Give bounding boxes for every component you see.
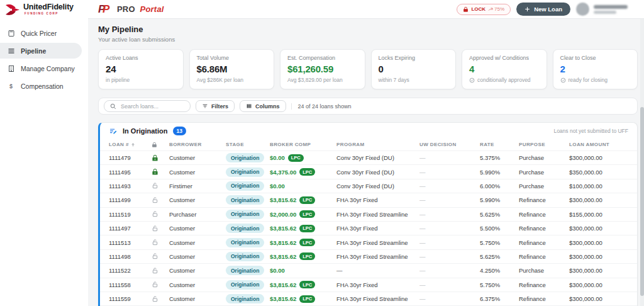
loan-amount: $300,000.00 bbox=[569, 154, 628, 161]
loan-row[interactable]: 1111497CustomerOrigination$3,815.62LPCFH… bbox=[100, 221, 637, 235]
column-header-lock[interactable] bbox=[152, 142, 169, 148]
loan-number[interactable]: 1111513 bbox=[109, 239, 152, 246]
search-box[interactable] bbox=[104, 100, 191, 112]
stat-subtext: in pipeline bbox=[106, 77, 176, 83]
loan-number[interactable]: 1111519 bbox=[109, 211, 152, 218]
stat-subtext: Avg $286K per loan bbox=[197, 77, 267, 83]
stat-value: 2 bbox=[560, 64, 631, 74]
loan-row[interactable]: 1111559CustomerOrigination$3,815.62LPCFH… bbox=[100, 292, 637, 305]
stat-value: 4 bbox=[469, 64, 540, 74]
list-icon bbox=[7, 47, 15, 55]
purpose: Refinance bbox=[519, 225, 569, 232]
program: FHA 30yr Fixed bbox=[336, 225, 419, 232]
sidebar-item-manage-company[interactable]: Manage Company bbox=[0, 60, 82, 76]
loan-row[interactable]: 1111498CustomerOrigination$3,815.62LPCFH… bbox=[100, 249, 637, 263]
rate: 5.375% bbox=[480, 154, 519, 161]
new-loan-button[interactable]: New Loan bbox=[516, 3, 570, 16]
lock-icon bbox=[463, 6, 469, 13]
loan-row[interactable]: 1111495CustomerOrigination$4,375.00LPCCo… bbox=[100, 164, 637, 178]
loan-number[interactable]: 1111499 bbox=[109, 196, 152, 203]
app-title: PRO Portal bbox=[117, 4, 164, 14]
lpc-badge: LPC bbox=[299, 295, 315, 303]
section-list-edit-icon bbox=[109, 127, 118, 135]
columns-label: Columns bbox=[255, 103, 280, 110]
column-header-rate[interactable]: RATE bbox=[480, 142, 519, 147]
lpc-badge: LPC bbox=[299, 252, 315, 260]
column-header-uw-decision[interactable]: UW DECISION bbox=[419, 142, 480, 147]
loan-row[interactable]: 1111522CustomerOrigination$0.00——4.250%P… bbox=[100, 263, 637, 277]
sidebar-item-compensation[interactable]: $Compensation bbox=[0, 78, 82, 94]
stat-label: Total Volume bbox=[197, 55, 267, 61]
loan-row[interactable]: 1111499CustomerOrigination$3,815.62LPCFH… bbox=[100, 193, 637, 207]
filters-button[interactable]: Filters bbox=[196, 100, 235, 112]
uw-decision: — bbox=[419, 281, 480, 288]
company-name: UnitedFidelity bbox=[23, 3, 74, 11]
column-header-broker-comp[interactable]: BROKER COMP bbox=[270, 142, 336, 147]
column-header-program[interactable]: PROGRAM bbox=[336, 142, 419, 147]
app-window: UnitedFidelity FUNDING CORP Quick Pricer… bbox=[0, 0, 644, 306]
vertical-scrollbar[interactable] bbox=[640, 19, 644, 306]
column-header-loan-amount[interactable]: LOAN AMOUNT bbox=[569, 142, 628, 147]
loan-number[interactable]: 1111497 bbox=[109, 225, 152, 232]
loan-number[interactable]: 1111495 bbox=[109, 169, 152, 176]
page-subtitle: Your active loan submissions bbox=[98, 36, 638, 43]
user-name-redacted bbox=[594, 5, 628, 14]
column-header-stage[interactable]: STAGE bbox=[226, 142, 270, 147]
loan-row[interactable]: 1111558CustomerOrigination$3,815.62LPCFH… bbox=[100, 278, 637, 292]
sidebar-item-quick-pricer[interactable]: Quick Pricer bbox=[0, 25, 82, 41]
column-header-purpose[interactable]: PURPOSE bbox=[519, 142, 569, 147]
borrower-name: Purchaser bbox=[169, 211, 226, 218]
rate: 5.750% bbox=[480, 281, 519, 288]
loan-number[interactable]: 1111522 bbox=[109, 267, 152, 274]
loan-amount: $300,000.00 bbox=[569, 239, 628, 246]
loan-row[interactable]: 1111519PurchaserOrigination$2,000.00LPCF… bbox=[100, 207, 637, 221]
top-bar: PP PRO Portal LOCK 75% bbox=[88, 0, 644, 19]
loan-number[interactable]: 1111498 bbox=[109, 253, 152, 260]
broker-comp: $0.00 bbox=[270, 183, 336, 190]
purpose: Refinance bbox=[519, 295, 569, 302]
program: FHA 30yr Fixed Streamline bbox=[336, 239, 419, 246]
loan-row[interactable]: 1111493FirstimerOrigination$0.00Conv 30y… bbox=[100, 179, 637, 193]
column-header-label: UW DECISION bbox=[419, 142, 457, 147]
lock-label: LOCK bbox=[471, 6, 486, 12]
borrower-name: Customer bbox=[169, 239, 226, 246]
sidebar-item-label: Compensation bbox=[21, 82, 64, 90]
company-logo[interactable]: UnitedFidelity FUNDING CORP bbox=[0, 0, 88, 16]
sort-up-icon bbox=[131, 142, 135, 147]
loan-number[interactable]: 1111479 bbox=[109, 154, 152, 161]
rate: 5.500% bbox=[480, 225, 519, 232]
search-input[interactable] bbox=[121, 103, 184, 110]
column-header-label: BORROWER bbox=[169, 142, 202, 147]
loan-number[interactable]: 1111493 bbox=[109, 183, 152, 190]
filter-icon bbox=[202, 103, 208, 109]
program: Conv 30yr Fixed (DU) bbox=[336, 154, 419, 161]
sidebar-item-label: Manage Company bbox=[21, 65, 75, 72]
program: Conv 30yr Fixed (DU) bbox=[336, 169, 419, 176]
column-header-label: LOAN AMOUNT bbox=[569, 142, 609, 147]
loan-number[interactable]: 1111558 bbox=[109, 281, 152, 288]
columns-button[interactable]: Columns bbox=[240, 100, 286, 112]
rate: 5.990% bbox=[480, 196, 519, 203]
stat-subtext: conditionally approved bbox=[469, 77, 540, 83]
borrower-name: Customer bbox=[169, 267, 226, 274]
loan-number[interactable]: 1111559 bbox=[109, 295, 152, 302]
broker-comp: $3,815.62LPC bbox=[270, 252, 336, 260]
rate: 5.990% bbox=[480, 169, 519, 176]
broker-comp: $3,815.62LPC bbox=[270, 239, 336, 246]
lock-rate-badge[interactable]: LOCK 75% bbox=[457, 4, 511, 15]
column-header-borrower[interactable]: BORROWER bbox=[169, 142, 226, 147]
scrollbar-thumb[interactable] bbox=[640, 107, 644, 296]
loan-row[interactable]: 1111513CustomerOrigination$3,815.62LPCFH… bbox=[100, 235, 637, 249]
sidebar-item-pipeline[interactable]: Pipeline bbox=[0, 43, 82, 59]
rate: 5.750% bbox=[480, 239, 519, 246]
program: FHA 30yr Fixed Streamline bbox=[336, 295, 419, 302]
uw-decision: — bbox=[419, 239, 480, 246]
user-menu[interactable] bbox=[576, 3, 628, 16]
stage-badge: Origination bbox=[226, 181, 264, 191]
column-header-label: PURPOSE bbox=[519, 142, 545, 147]
column-header-loan-[interactable]: LOAN # bbox=[109, 142, 152, 147]
sidebar-item-label: Pipeline bbox=[21, 47, 46, 55]
page-content: My Pipeline Your active loan submissions… bbox=[88, 19, 644, 306]
stage-badge: Origination bbox=[226, 266, 264, 275]
loan-row[interactable]: 1111479CustomerOrigination$0.00LPCConv 3… bbox=[100, 150, 637, 164]
